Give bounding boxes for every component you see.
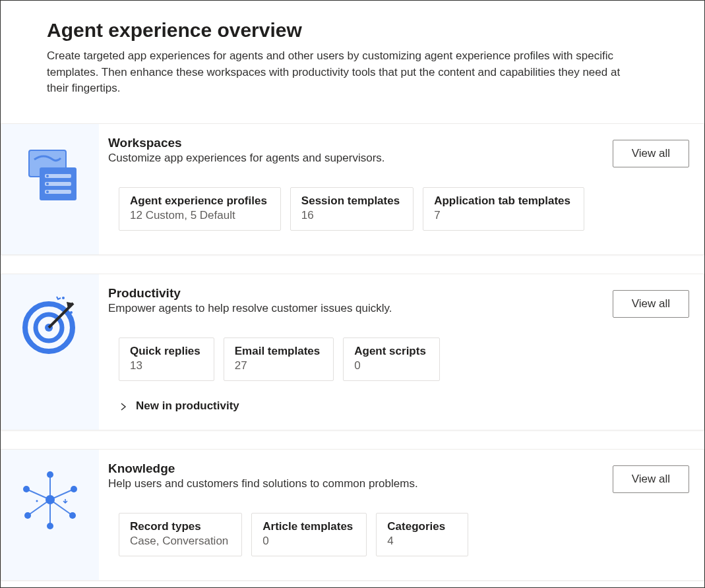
workspaces-view-all-button[interactable]: View all <box>613 140 689 167</box>
new-in-productivity-expander[interactable]: New in productivity <box>108 399 689 413</box>
tile-quick-replies[interactable]: Quick replies 13 <box>119 338 214 381</box>
tile-title: Categories <box>387 520 454 533</box>
tile-value: 4 <box>387 535 454 548</box>
svg-point-7 <box>46 191 49 193</box>
productivity-icon-col <box>1 274 99 430</box>
tile-agent-experience-profiles[interactable]: Agent experience profiles 12 Custom, 5 D… <box>119 187 281 231</box>
expander-label: New in productivity <box>136 399 239 413</box>
tile-value: 0 <box>262 535 353 548</box>
tile-value: 13 <box>130 359 200 372</box>
svg-point-27 <box>36 500 38 502</box>
section-workspaces: Workspaces Customize app experiences for… <box>1 123 704 255</box>
workspaces-tiles: Agent experience profiles 12 Custom, 5 D… <box>108 187 689 231</box>
page-title: Agent experience overview <box>47 19 658 42</box>
tile-title: Email templates <box>235 345 320 358</box>
productivity-subtitle: Empower agents to help resolve customer … <box>108 302 613 315</box>
svg-point-25 <box>24 512 31 519</box>
productivity-tiles: Quick replies 13 Email templates 27 Agen… <box>108 338 689 381</box>
tile-session-templates[interactable]: Session templates 16 <box>290 187 414 231</box>
tile-value: 12 Custom, 5 Default <box>130 209 267 222</box>
svg-point-12 <box>62 297 65 299</box>
tile-record-types[interactable]: Record types Case, Conversation <box>119 513 242 556</box>
knowledge-view-all-button[interactable]: View all <box>613 465 689 493</box>
workspaces-icon-col <box>1 124 99 254</box>
workspaces-icon <box>17 141 83 210</box>
tile-categories[interactable]: Categories 4 <box>376 513 468 556</box>
tile-article-templates[interactable]: Article templates 0 <box>251 513 367 556</box>
svg-point-26 <box>23 486 30 492</box>
tile-title: Agent scripts <box>354 345 426 358</box>
svg-point-21 <box>47 471 53 478</box>
svg-point-22 <box>71 486 77 492</box>
knowledge-tiles: Record types Case, Conversation Article … <box>108 513 689 556</box>
chevron-right-icon <box>119 401 128 411</box>
svg-point-20 <box>46 495 55 504</box>
svg-point-23 <box>69 512 76 519</box>
tile-value: 7 <box>434 209 570 222</box>
tile-value: 27 <box>235 359 320 372</box>
tile-value: Case, Conversation <box>130 535 228 548</box>
productivity-view-all-button[interactable]: View all <box>613 290 689 318</box>
knowledge-subtitle: Help users and customers find solutions … <box>108 477 613 490</box>
svg-point-6 <box>46 183 49 185</box>
tile-title: Article templates <box>262 520 353 533</box>
svg-point-13 <box>70 311 73 314</box>
page-description: Create targeted app experiences for agen… <box>47 48 621 97</box>
tile-email-templates[interactable]: Email templates 27 <box>224 338 334 381</box>
section-knowledge: Knowledge Help users and customers find … <box>1 449 704 581</box>
tile-application-tab-templates[interactable]: Application tab templates 7 <box>423 187 584 231</box>
network-icon <box>17 467 83 535</box>
page-header: Agent experience overview Create targete… <box>1 1 704 123</box>
tile-title: Agent experience profiles <box>130 194 267 208</box>
tile-value: 0 <box>354 359 426 372</box>
productivity-title: Productivity <box>108 286 613 301</box>
knowledge-icon-col <box>1 450 99 580</box>
svg-point-5 <box>46 175 49 177</box>
target-icon <box>17 291 83 360</box>
section-productivity: Productivity Empower agents to help reso… <box>1 274 704 430</box>
knowledge-title: Knowledge <box>108 461 613 476</box>
workspaces-subtitle: Customize app experiences for agents and… <box>108 152 613 165</box>
tile-title: Quick replies <box>130 345 200 358</box>
tile-agent-scripts[interactable]: Agent scripts 0 <box>343 338 440 381</box>
tile-value: 16 <box>301 209 400 222</box>
tile-title: Application tab templates <box>434 194 570 208</box>
workspaces-title: Workspaces <box>108 136 613 150</box>
tile-title: Session templates <box>301 194 400 208</box>
tile-title: Record types <box>130 520 228 533</box>
svg-point-24 <box>47 523 53 529</box>
